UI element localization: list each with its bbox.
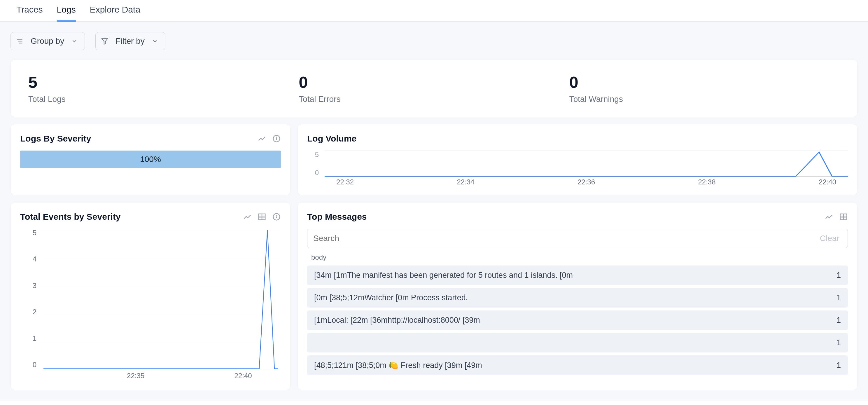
y-tick: 1 (20, 335, 36, 343)
stat-value: 5 (28, 73, 299, 92)
log-volume-chart: 5 0 22:32 22:34 22:36 22:38 22:40 (307, 150, 848, 185)
msg-count: 1 (831, 361, 841, 370)
y-tick: 2 (20, 308, 36, 316)
toolbar: Group by Filter by (10, 32, 858, 50)
x-tick: 22:32 (336, 178, 354, 185)
content-area: Group by Filter by 5 Total Logs 0 Total … (0, 22, 868, 401)
y-tick: 3 (20, 282, 36, 290)
stat-total-logs: 5 Total Logs (28, 73, 299, 104)
group-by-icon (16, 37, 24, 45)
search-input[interactable] (307, 229, 812, 248)
filter-icon (101, 37, 108, 45)
line-chart-icon[interactable] (825, 212, 833, 221)
svg-point-6 (276, 137, 277, 137)
table-row[interactable]: [34m [1mThe manifest has been generated … (307, 265, 848, 285)
table-row[interactable]: [48;5;121m [38;5;0m 🍋 Fresh ready [39m [… (307, 355, 848, 375)
msg-body: [34m [1mThe manifest has been generated … (314, 271, 573, 280)
clear-button[interactable]: Clear (812, 229, 847, 248)
info-icon[interactable] (272, 212, 281, 221)
msg-body: [48;5;121m [38;5;0m 🍋 Fresh ready [39m [… (314, 360, 482, 370)
group-by-dropdown[interactable]: Group by (10, 32, 85, 50)
top-tabs: Traces Logs Explore Data (0, 0, 868, 22)
events-chart: 5 4 3 2 1 0 (20, 229, 281, 380)
stat-value: 0 (569, 73, 840, 92)
stat-label: Total Logs (28, 94, 299, 104)
card-total-events: Total Events by Severity 5 4 (10, 202, 290, 390)
table-row[interactable]: [0m [38;5;12mWatcher [0m Process started… (307, 288, 848, 308)
svg-marker-3 (102, 38, 107, 45)
chevron-down-icon (71, 38, 78, 45)
card-log-volume: Log Volume 5 0 22:32 22:34 22:36 22:38 (298, 124, 858, 195)
column-header-body: body (307, 252, 848, 265)
msg-body: [0m [38;5;12mWatcher [0m Process started… (314, 293, 468, 302)
search-row: Clear (307, 229, 848, 248)
tab-traces[interactable]: Traces (16, 5, 43, 21)
x-tick: 22:36 (578, 178, 595, 185)
stat-total-warnings: 0 Total Warnings (569, 73, 840, 104)
x-tick: 22:38 (698, 178, 715, 185)
card-title: Log Volume (307, 134, 356, 144)
severity-bar: 100% (20, 150, 281, 168)
table-icon[interactable] (257, 212, 266, 221)
x-tick: 22:40 (235, 372, 252, 380)
y-tick: 0 (20, 360, 36, 369)
stat-total-errors: 0 Total Errors (299, 73, 569, 104)
stat-value: 0 (299, 73, 569, 92)
x-tick: 22:34 (457, 178, 474, 185)
card-top-messages: Top Messages Clear body [34m [1mThe mani… (298, 202, 858, 390)
msg-count: 1 (831, 271, 841, 280)
tab-explore-data[interactable]: Explore Data (90, 5, 140, 21)
line-chart-icon[interactable] (243, 212, 252, 221)
svg-point-13 (276, 215, 277, 215)
msg-count: 1 (831, 316, 841, 325)
card-title: Top Messages (307, 212, 367, 222)
chevron-down-icon (152, 38, 158, 45)
stats-row: 5 Total Logs 0 Total Errors 0 Total Warn… (10, 60, 858, 117)
msg-body: [1mLocal: [22m [36mhttp://localhost:8000… (314, 316, 480, 325)
y-tick: 4 (20, 255, 36, 263)
stat-label: Total Errors (299, 94, 569, 104)
stat-label: Total Warnings (569, 94, 840, 104)
x-tick: 22:40 (819, 178, 836, 185)
msg-count: 1 (831, 293, 841, 302)
table-row[interactable]: [1mLocal: [22m [36mhttp://localhost:8000… (307, 311, 848, 330)
msg-count: 1 (831, 338, 841, 347)
info-icon[interactable] (272, 134, 281, 143)
tab-logs[interactable]: Logs (57, 5, 76, 22)
card-title: Total Events by Severity (20, 212, 121, 222)
filter-by-dropdown[interactable]: Filter by (95, 32, 165, 50)
y-tick: 5 (20, 229, 36, 237)
x-tick: 22:35 (127, 372, 144, 380)
y-tick: 0 (307, 169, 319, 177)
table-row[interactable]: 1 (307, 333, 848, 352)
card-logs-by-severity: Logs By Severity 100% (10, 124, 290, 195)
y-tick: 5 (307, 150, 319, 159)
group-by-label: Group by (31, 36, 64, 46)
filter-by-label: Filter by (116, 36, 145, 46)
line-chart-icon[interactable] (257, 134, 266, 143)
table-icon[interactable] (839, 212, 848, 221)
card-title: Logs By Severity (20, 134, 91, 144)
